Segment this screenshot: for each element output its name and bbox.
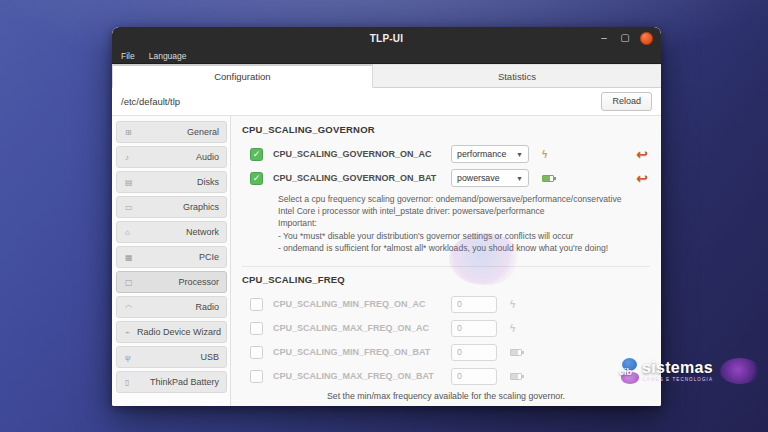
menu-language[interactable]: Language xyxy=(149,51,187,61)
tlp-ui-window: TLP-UI – ▢ File Language Configuration S… xyxy=(112,27,661,406)
governor-on-ac-checkbox[interactable]: ✓ xyxy=(250,148,263,161)
sidebar-item-processor[interactable]: ▢ Processor xyxy=(116,271,227,293)
freq-helper-text: Set the min/max frequency available for … xyxy=(242,391,661,401)
min-freq-on-bat-checkbox[interactable] xyxy=(250,346,263,359)
max-freq-on-bat-checkbox[interactable] xyxy=(250,370,263,383)
watermark-brand: sistemas xyxy=(642,360,717,376)
section-header-freq: CPU_SCALING_FREQ xyxy=(242,274,661,285)
titlebar[interactable]: TLP-UI – ▢ xyxy=(112,27,661,49)
governor-description: Select a cpu frequency scaling governor:… xyxy=(278,193,661,254)
tab-configuration[interactable]: Configuration xyxy=(112,64,373,88)
governor-on-bat-checkbox[interactable]: ✓ xyxy=(250,172,263,185)
section-divider xyxy=(242,266,650,267)
sidebar-item-thinkpad-battery[interactable]: ▯ ThinkPad Battery xyxy=(116,371,227,393)
max-freq-on-ac-input[interactable] xyxy=(451,320,497,337)
tab-bar: Configuration Statistics xyxy=(112,64,661,88)
pcie-icon: ▦ xyxy=(125,253,137,262)
menubar: File Language xyxy=(112,49,661,64)
sidebar-item-radio-device-wizard[interactable]: ⌁ Radio Device Wizard xyxy=(116,321,227,343)
sidebar-item-usb[interactable]: ψ USB xyxy=(116,346,227,368)
min-freq-on-bat-input[interactable] xyxy=(451,344,497,361)
sidebar-item-audio[interactable]: ♪ Audio xyxy=(116,146,227,168)
sidebar-item-radio[interactable]: ◠ Radio xyxy=(116,296,227,318)
sidebar-item-disks[interactable]: ▤ Disks xyxy=(116,171,227,193)
ac-power-icon: ϟ xyxy=(510,299,515,310)
audio-icon: ♪ xyxy=(125,153,137,162)
chevron-down-icon: ▼ xyxy=(516,175,523,182)
network-icon: ⌂ xyxy=(125,228,137,237)
disk-icon: ▤ xyxy=(125,178,137,187)
config-file-path: /etc/default/tlp xyxy=(121,96,180,107)
sidebar-item-general[interactable]: ⊞ General xyxy=(116,121,227,143)
minimize-icon[interactable]: – xyxy=(598,33,610,43)
min-freq-on-ac-input[interactable] xyxy=(451,296,497,313)
battery-icon: ▯ xyxy=(125,378,137,387)
watermark-blob xyxy=(720,358,760,384)
governor-on-bat-dropdown[interactable]: powersave ▼ xyxy=(451,169,529,187)
watermark-tagline: GAMES E TECNOLOGIA xyxy=(642,377,717,382)
sidebar-item-pcie[interactable]: ▦ PCIe xyxy=(116,246,227,268)
display-icon: ▭ xyxy=(125,203,137,212)
category-sidebar: ⊞ General ♪ Audio ▤ Disks ▭ Graphics ⌂ N… xyxy=(112,116,230,406)
settings-panel: CPU_SCALING_GOVERNOR ✓ CPU_SCALING_GOVER… xyxy=(230,116,661,406)
usb-icon: ψ xyxy=(125,353,137,362)
max-freq-on-ac-checkbox[interactable] xyxy=(250,322,263,335)
watermark-prefix: cib xyxy=(619,367,632,377)
undo-icon[interactable]: ↩ xyxy=(636,147,648,161)
governor-on-ac-row: ✓ CPU_SCALING_GOVERNOR_ON_AC performance… xyxy=(242,142,661,166)
battery-power-icon xyxy=(542,175,554,182)
menu-file[interactable]: File xyxy=(121,51,135,61)
max-freq-on-bat-row: CPU_SCALING_MAX_FREQ_ON_BAT xyxy=(242,364,661,388)
reload-button[interactable]: Reload xyxy=(601,92,652,111)
battery-power-icon xyxy=(510,349,522,356)
general-icon: ⊞ xyxy=(125,128,137,137)
radio-icon: ◠ xyxy=(125,303,137,312)
min-freq-on-ac-row: CPU_SCALING_MIN_FREQ_ON_AC ϟ xyxy=(242,292,661,316)
wizard-icon: ⌁ xyxy=(125,328,137,337)
governor-on-bat-row: ✓ CPU_SCALING_GOVERNOR_ON_BAT powersave … xyxy=(242,166,661,190)
min-freq-on-bat-row: CPU_SCALING_MIN_FREQ_ON_BAT xyxy=(242,340,661,364)
maximize-icon[interactable]: ▢ xyxy=(619,33,631,43)
sidebar-item-graphics[interactable]: ▭ Graphics xyxy=(116,196,227,218)
max-freq-on-ac-row: CPU_SCALING_MAX_FREQ_ON_AC ϟ xyxy=(242,316,661,340)
config-path-row: /etc/default/tlp Reload xyxy=(112,88,661,115)
ac-power-icon: ϟ xyxy=(542,149,547,160)
close-icon[interactable] xyxy=(640,32,653,45)
tab-statistics[interactable]: Statistics xyxy=(373,64,661,88)
governor-on-ac-dropdown[interactable]: performance ▼ xyxy=(451,145,529,163)
processor-icon: ▢ xyxy=(125,278,137,287)
window-title: TLP-UI xyxy=(112,33,661,44)
ac-power-icon: ϟ xyxy=(510,323,515,334)
battery-power-icon xyxy=(510,373,522,380)
min-freq-on-ac-checkbox[interactable] xyxy=(250,298,263,311)
sidebar-item-network[interactable]: ⌂ Network xyxy=(116,221,227,243)
chevron-down-icon: ▼ xyxy=(516,151,523,158)
undo-icon[interactable]: ↩ xyxy=(636,171,648,185)
section-header-governor: CPU_SCALING_GOVERNOR xyxy=(242,124,661,135)
max-freq-on-bat-input[interactable] xyxy=(451,368,497,385)
